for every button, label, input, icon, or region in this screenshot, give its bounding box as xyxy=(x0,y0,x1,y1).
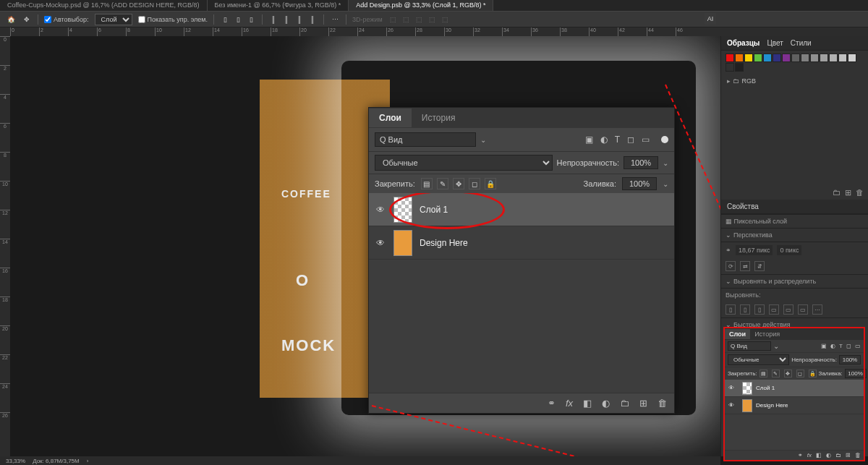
align-top-icon[interactable]: ▭ xyxy=(769,304,779,315)
chevron-down-icon[interactable]: ⌄ xyxy=(726,278,731,285)
layer-row[interactable]: 👁 Слой 1 xyxy=(725,380,864,397)
blend-mode-select[interactable]: Обычные xyxy=(375,155,553,171)
new-layer-icon[interactable]: ⊞ xyxy=(846,452,851,458)
doc-tab[interactable]: Coffee-Cups-Mockup.psd @ 16,7% (ADD DESI… xyxy=(0,0,208,11)
filter-adjustment-icon[interactable]: ◐ xyxy=(600,135,608,145)
swatch[interactable] xyxy=(838,54,847,62)
chevron-down-icon[interactable]: ⌄ xyxy=(726,321,731,328)
opacity-input[interactable] xyxy=(839,355,861,364)
flip-h-icon[interactable]: ⇄ xyxy=(740,261,750,271)
swatch[interactable] xyxy=(773,54,781,62)
chevron-down-icon[interactable]: ⌄ xyxy=(773,342,779,350)
doc-tab[interactable]: Без имени-1 @ 66,7% (Фигура 3, RGB/8) * xyxy=(208,0,349,11)
lock-paint-icon[interactable]: ✎ xyxy=(437,178,448,189)
swatch[interactable] xyxy=(848,54,856,62)
swatch[interactable] xyxy=(829,54,838,62)
chevron-down-icon[interactable]: ⌄ xyxy=(663,159,668,167)
layer-thumbnail[interactable] xyxy=(393,230,412,256)
delete-layer-icon[interactable]: 🗑 xyxy=(855,452,861,458)
swatch[interactable] xyxy=(810,54,819,62)
delete-layer-icon[interactable]: 🗑 xyxy=(658,398,667,409)
properties-title[interactable]: Свойства xyxy=(727,202,759,210)
filter-text-icon[interactable]: T xyxy=(839,343,843,349)
swatch[interactable] xyxy=(726,54,734,62)
opacity-input[interactable] xyxy=(624,156,658,169)
layer-name[interactable]: Design Here xyxy=(756,402,788,409)
layer-search[interactable]: Q Вид xyxy=(375,132,476,147)
layer-row[interactable]: 👁 Design Here xyxy=(369,226,674,260)
tab-layers[interactable]: Слои xyxy=(725,329,750,339)
layer-search[interactable]: Q Вид xyxy=(728,341,771,351)
layer-thumbnail[interactable] xyxy=(393,197,412,223)
canvas-area[interactable]: COFFEE O MOCK Слои История Q Вид ⌄ ▣ ◐ T… xyxy=(10,36,720,456)
chevron-down-icon[interactable]: ⌄ xyxy=(726,231,731,239)
swatch[interactable] xyxy=(726,63,734,72)
swatch[interactable] xyxy=(763,54,772,62)
align-middle-icon[interactable]: ▭ xyxy=(783,304,793,315)
tab-styles[interactable]: Стили xyxy=(791,39,812,47)
move-tool-icon[interactable]: ✥ xyxy=(22,14,32,25)
filter-image-icon[interactable]: ▣ xyxy=(821,343,827,349)
tab-history[interactable]: История xyxy=(750,329,784,339)
visibility-icon[interactable]: 👁 xyxy=(728,385,739,391)
tab-color[interactable]: Цвет xyxy=(767,39,783,47)
layer-name[interactable]: Design Here xyxy=(420,238,468,248)
autoselect-mode-select[interactable]: Слой xyxy=(95,14,132,25)
chevron-down-icon[interactable]: ⌄ xyxy=(480,136,486,144)
lock-artboard-icon[interactable]: ◻ xyxy=(796,370,804,377)
align-right-icon[interactable]: ▯ xyxy=(246,14,256,25)
autoselect-check[interactable] xyxy=(44,16,51,23)
tab-swatches[interactable]: Образцы xyxy=(727,39,760,47)
show-controls-check[interactable] xyxy=(138,16,145,23)
align-center-icon[interactable]: ▯ xyxy=(233,14,243,25)
lock-paint-icon[interactable]: ✎ xyxy=(772,370,780,377)
zoom-level[interactable]: 33,33% xyxy=(6,458,25,464)
adjustment-layer-icon[interactable]: ◐ xyxy=(602,398,610,409)
visibility-icon[interactable]: 👁 xyxy=(376,238,386,248)
link-icon[interactable]: ⚭ xyxy=(726,247,731,254)
perspective-section[interactable]: ⌄Перспектива xyxy=(721,228,868,242)
layer-row[interactable]: 👁 Слой 1 xyxy=(369,193,674,226)
new-folder-icon[interactable]: 🗀 xyxy=(833,188,841,197)
swatch[interactable] xyxy=(791,54,800,62)
chevron-right-icon[interactable]: › xyxy=(87,458,89,464)
swatch[interactable] xyxy=(782,54,791,62)
swatch-folder-rgb[interactable]: RGB xyxy=(721,74,868,88)
delete-swatch-icon[interactable]: 🗑 xyxy=(856,188,864,197)
lock-all-icon[interactable]: 🔒 xyxy=(809,370,817,377)
new-swatch-icon[interactable]: ⊞ xyxy=(845,188,851,197)
autoselect-checkbox[interactable]: Автовыбор: xyxy=(44,16,89,23)
distribute-icon[interactable]: ║ xyxy=(294,14,305,25)
layer-name[interactable]: Слой 1 xyxy=(756,385,775,391)
home-icon[interactable]: 🏠 xyxy=(6,14,16,25)
link-layers-icon[interactable]: ⚭ xyxy=(548,398,556,409)
visibility-icon[interactable]: 👁 xyxy=(728,402,739,409)
align-center-icon[interactable]: ▯ xyxy=(740,304,750,315)
filter-smart-icon[interactable]: ▭ xyxy=(855,343,861,349)
filter-adjustment-icon[interactable]: ◐ xyxy=(830,343,835,349)
swatch[interactable] xyxy=(820,54,828,62)
ai-badge-icon[interactable]: AI xyxy=(705,13,716,25)
align-section[interactable]: ⌄Выровнять и распределить xyxy=(721,274,868,288)
rotate-icon[interactable]: ⟳ xyxy=(726,261,736,271)
layer-row[interactable]: 👁 Design Here xyxy=(725,397,864,414)
lock-artboard-icon[interactable]: ◻ xyxy=(469,178,480,189)
swatch[interactable] xyxy=(801,54,809,62)
distribute-icon[interactable]: ║ xyxy=(307,14,318,25)
filter-smart-icon[interactable]: ▭ xyxy=(642,135,650,145)
swatch[interactable] xyxy=(744,54,753,62)
blend-mode-select[interactable]: Обычные xyxy=(728,354,789,365)
filter-toggle[interactable] xyxy=(661,136,668,143)
chevron-down-icon[interactable]: ⌄ xyxy=(663,180,668,188)
swatch[interactable] xyxy=(735,63,744,72)
new-layer-icon[interactable]: ⊞ xyxy=(639,398,647,409)
height-value[interactable]: 0 пикс xyxy=(777,245,801,255)
distribute-icon[interactable]: ║ xyxy=(281,14,292,25)
doc-tab-active[interactable]: Add Design.psb @ 33,3% (Слой 1, RGB/8) * xyxy=(349,0,493,11)
lock-all-icon[interactable]: 🔒 xyxy=(485,178,496,189)
new-group-icon[interactable]: 🗀 xyxy=(620,398,629,409)
align-left-icon[interactable]: ▯ xyxy=(220,14,230,25)
flip-v-icon[interactable]: ⇵ xyxy=(754,261,765,271)
filter-shape-icon[interactable]: ◻ xyxy=(846,343,851,349)
new-group-icon[interactable]: 🗀 xyxy=(835,452,841,458)
